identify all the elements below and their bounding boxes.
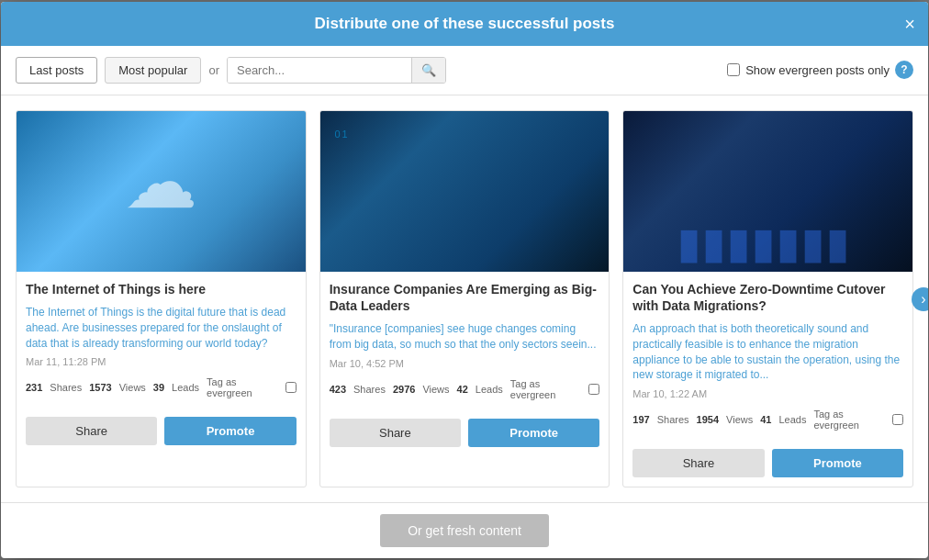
post-content-3: Can You Achieve Zero-Downtime Cutover wi… <box>623 272 912 450</box>
views-label-2: Views <box>422 384 449 395</box>
modal-footer: Or get fresh content <box>1 502 928 558</box>
leads-label-2: Leads <box>476 384 503 395</box>
tag-evergreen-2: Tag as evergreen <box>510 378 600 400</box>
close-button[interactable]: × <box>904 15 915 33</box>
post-actions-2: Share Promote <box>320 419 610 456</box>
tag-evergreen-3: Tag as evergreen <box>813 409 903 431</box>
modal-dialog: Distribute one of these successful posts… <box>1 2 928 559</box>
leads-label-1: Leads <box>172 382 199 393</box>
post-date-3: Mar 10, 1:22 AM <box>632 388 903 399</box>
leads-value-3: 41 <box>760 414 771 425</box>
leads-value-1: 39 <box>153 382 164 393</box>
views-value-3: 1954 <box>697 414 719 425</box>
promote-button-3[interactable]: Promote <box>772 449 903 477</box>
evergreen-label: Show evergreen posts only <box>745 63 890 77</box>
views-value-1: 1573 <box>89 382 111 393</box>
shares-value-2: 423 <box>330 384 346 395</box>
modal-body: The Internet of Things is here The Inter… <box>1 95 928 503</box>
search-input[interactable] <box>228 58 411 83</box>
post-content-2: Insurance Companies Are Emerging as Big-… <box>320 272 610 419</box>
fresh-content-button[interactable]: Or get fresh content <box>380 514 549 547</box>
share-button-1[interactable]: Share <box>26 417 157 445</box>
leads-label-3: Leads <box>778 414 806 425</box>
post-excerpt-1: The Internet of Things is the digital fu… <box>26 305 297 351</box>
post-stats-2: 423 Shares 2976 Views 42 Leads Tag as ev… <box>330 378 600 400</box>
tag-evergreen-1: Tag as evergreen <box>207 376 297 398</box>
post-title-1: The Internet of Things is here <box>26 281 297 297</box>
shares-label-2: Shares <box>353 384 386 395</box>
post-image-1 <box>17 111 306 272</box>
leads-value-2: 42 <box>457 384 468 395</box>
modal-title: Distribute one of these successful posts <box>315 15 615 33</box>
tab-most-popular[interactable]: Most popular <box>105 57 201 84</box>
modal-toolbar: Last posts Most popular or 🔍 Show evergr… <box>1 46 928 95</box>
views-value-2: 2976 <box>393 384 415 395</box>
evergreen-checkbox[interactable] <box>727 63 740 76</box>
post-image-2 <box>320 111 610 272</box>
post-title-3: Can You Achieve Zero-Downtime Cutover wi… <box>632 281 903 314</box>
post-stats-3: 197 Shares 1954 Views 41 Leads Tag as ev… <box>632 409 903 431</box>
evergreen-wrapper: Show evergreen posts only ? <box>727 61 913 79</box>
search-wrapper: 🔍 <box>227 57 446 84</box>
post-image-3 <box>623 111 912 272</box>
post-card-2: Insurance Companies Are Emerging as Big-… <box>319 110 610 488</box>
modal-header: Distribute one of these successful posts… <box>1 2 928 46</box>
tab-last-posts[interactable]: Last posts <box>16 57 97 84</box>
promote-button-1[interactable]: Promote <box>164 417 296 445</box>
shares-value-1: 231 <box>26 382 42 393</box>
shares-label-3: Shares <box>657 414 689 425</box>
post-content-1: The Internet of Things is here The Inter… <box>17 272 306 418</box>
shares-value-3: 197 <box>632 414 649 425</box>
post-excerpt-3: An approach that is both theoretically s… <box>632 321 903 383</box>
evergreen-check-3[interactable] <box>892 414 903 425</box>
post-excerpt-2: "Insurance [companies] see huge changes … <box>330 321 600 353</box>
next-arrow-button[interactable]: › <box>912 287 928 311</box>
share-button-2[interactable]: Share <box>330 419 461 447</box>
post-date-1: Mar 11, 11:28 PM <box>26 356 297 367</box>
post-card-3: Can You Achieve Zero-Downtime Cutover wi… <box>622 110 913 488</box>
post-actions-3: Share Promote <box>623 449 912 487</box>
views-label-3: Views <box>726 414 753 425</box>
or-label: or <box>208 63 219 77</box>
evergreen-check-1[interactable] <box>285 382 297 393</box>
shares-label-1: Shares <box>50 382 82 393</box>
promote-button-2[interactable]: Promote <box>468 419 599 447</box>
post-title-2: Insurance Companies Are Emerging as Big-… <box>330 281 600 314</box>
modal-overlay: Distribute one of these successful posts… <box>0 0 929 560</box>
share-button-3[interactable]: Share <box>632 449 764 477</box>
post-stats-1: 231 Shares 1573 Views 39 Leads Tag as ev… <box>26 376 297 398</box>
views-label-1: Views <box>119 382 146 393</box>
help-button[interactable]: ? <box>895 61 913 79</box>
search-icon: 🔍 <box>421 63 436 77</box>
post-actions-1: Share Promote <box>17 417 306 454</box>
search-button[interactable]: 🔍 <box>411 58 445 83</box>
evergreen-check-2[interactable] <box>588 384 599 395</box>
post-date-2: Mar 10, 4:52 PM <box>330 358 600 369</box>
post-card-1: The Internet of Things is here The Inter… <box>16 110 307 488</box>
